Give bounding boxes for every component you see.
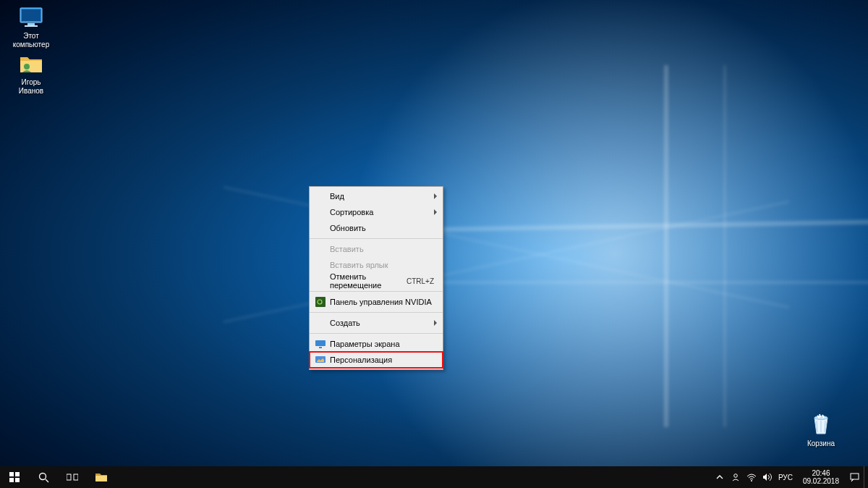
- menu-item-personalize[interactable]: Персонализация: [310, 352, 443, 368]
- menu-item-new[interactable]: Создать: [310, 315, 443, 331]
- tray-overflow-button[interactable]: [715, 472, 725, 482]
- desktop-icon-this-pc[interactable]: Этот компьютер: [4, 4, 58, 49]
- recycle-bin-icon: [808, 412, 834, 438]
- menu-item-label: Отменить перемещение: [328, 272, 407, 290]
- menu-item-nvidia-panel[interactable]: Панель управления NVIDIA: [310, 294, 443, 310]
- menu-item-refresh[interactable]: Обновить: [310, 220, 443, 236]
- personalize-icon: [312, 354, 328, 366]
- menu-item-label: Создать: [328, 319, 438, 327]
- menu-item-label: Вставить ярлык: [328, 261, 438, 269]
- show-desktop-button[interactable]: [864, 466, 868, 488]
- menu-item-paste-shortcut: Вставить ярлык: [310, 257, 443, 273]
- svg-line-16: [46, 479, 48, 482]
- start-button[interactable]: [0, 466, 29, 488]
- svg-rect-17: [67, 474, 71, 480]
- tray-network-icon[interactable]: [746, 472, 757, 482]
- search-button[interactable]: [29, 466, 58, 488]
- task-view-icon: [67, 473, 78, 481]
- menu-item-label: Панель управления NVIDIA: [328, 298, 438, 306]
- svg-point-20: [751, 480, 752, 481]
- search-icon: [38, 472, 49, 483]
- tray-language-indicator[interactable]: РУС: [778, 472, 793, 482]
- desktop-icon-recycle-bin[interactable]: Корзина: [794, 412, 848, 448]
- menu-separator: [310, 312, 443, 313]
- menu-item-shortcut: CTRL+Z: [407, 277, 434, 285]
- language-label: РУС: [778, 474, 793, 481]
- desktop[interactable]: Этот компьютер Игорь Иванов Корзина: [0, 0, 868, 466]
- menu-item-undo-move[interactable]: Отменить перемещение CTRL+Z: [310, 273, 443, 289]
- windows-logo-icon: [9, 472, 20, 482]
- clock-time: 20:46: [803, 469, 839, 477]
- svg-rect-2: [27, 23, 35, 25]
- svg-rect-12: [15, 472, 20, 476]
- menu-item-paste: Вставить: [310, 241, 443, 257]
- menu-item-label: Обновить: [328, 224, 438, 232]
- tray-people-icon[interactable]: [731, 472, 741, 482]
- svg-rect-8: [315, 340, 326, 346]
- svg-rect-21: [851, 474, 859, 479]
- svg-point-19: [734, 474, 738, 478]
- tray-action-center-button[interactable]: [849, 472, 859, 482]
- notification-icon: [850, 473, 859, 481]
- wifi-icon: [746, 473, 757, 481]
- menu-item-label: Параметры экрана: [328, 340, 438, 348]
- menu-item-label: Вид: [328, 192, 438, 201]
- svg-point-4: [24, 64, 30, 70]
- people-icon: [731, 473, 740, 481]
- desktop-context-menu: Вид Сортировка Обновить Вставить Вставит…: [309, 186, 443, 370]
- nvidia-icon: [312, 296, 328, 308]
- svg-rect-1: [22, 9, 41, 21]
- desktop-icon-user-folder[interactable]: Игорь Иванов: [4, 51, 58, 95]
- taskbar-app-explorer[interactable]: [87, 466, 116, 488]
- svg-rect-11: [9, 472, 14, 476]
- this-pc-icon: [18, 4, 44, 30]
- svg-rect-9: [319, 347, 322, 348]
- svg-point-15: [39, 473, 46, 479]
- tray-volume-icon[interactable]: [762, 472, 773, 482]
- file-explorer-icon: [95, 472, 108, 482]
- clock-date: 09.02.2018: [803, 477, 839, 485]
- menu-separator: [310, 333, 443, 334]
- svg-rect-18: [74, 474, 78, 480]
- svg-rect-13: [9, 478, 14, 482]
- speaker-icon: [762, 473, 772, 481]
- menu-item-display-settings[interactable]: Параметры экрана: [310, 336, 443, 352]
- tray-clock[interactable]: 20:46 09.02.2018: [799, 469, 843, 485]
- chevron-up-icon: [716, 474, 723, 480]
- display-settings-icon: [312, 338, 328, 350]
- folder-user-icon: [18, 51, 44, 77]
- taskbar: РУС 20:46 09.02.2018: [0, 466, 868, 488]
- task-view-button[interactable]: [58, 466, 87, 488]
- menu-item-sort[interactable]: Сортировка: [310, 204, 443, 220]
- desktop-icon-label: Этот компьютер: [4, 32, 58, 49]
- svg-rect-14: [15, 478, 20, 482]
- system-tray: РУС 20:46 09.02.2018: [710, 469, 864, 485]
- svg-point-5: [814, 416, 827, 419]
- menu-item-label: Персонализация: [328, 356, 438, 364]
- svg-rect-6: [315, 297, 326, 307]
- menu-item-view[interactable]: Вид: [310, 188, 443, 204]
- desktop-icon-label: Игорь Иванов: [4, 78, 58, 95]
- menu-separator: [310, 291, 443, 292]
- svg-rect-3: [25, 25, 38, 27]
- menu-item-label: Вставить: [328, 245, 438, 253]
- desktop-icon-label: Корзина: [794, 439, 848, 448]
- menu-separator: [310, 238, 443, 239]
- menu-item-label: Сортировка: [328, 208, 438, 216]
